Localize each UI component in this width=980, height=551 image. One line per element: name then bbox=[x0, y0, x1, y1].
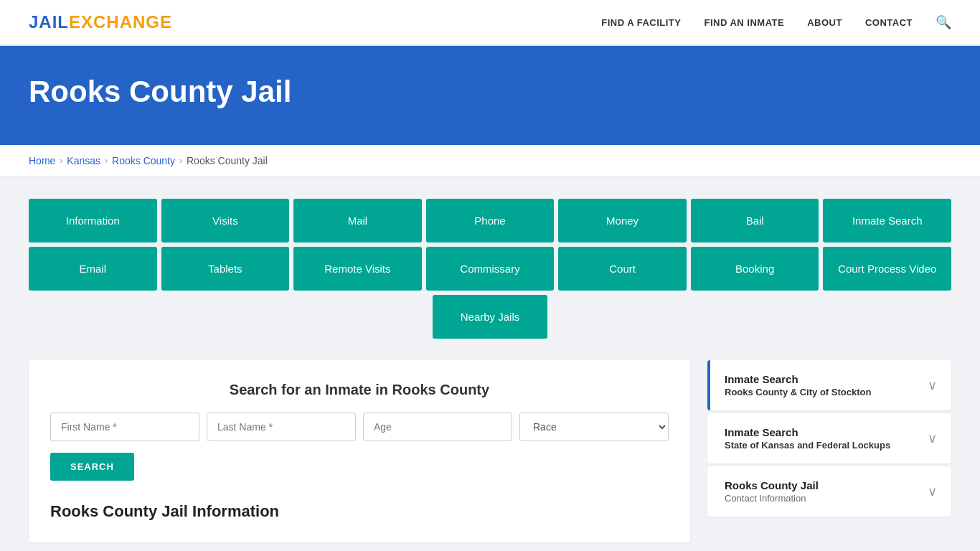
button-grid-row2: Email Tablets Remote Visits Commissary C… bbox=[29, 247, 951, 291]
right-panel: Inmate Search Rooks County & City of Sto… bbox=[707, 360, 951, 519]
btn-remote-visits[interactable]: Remote Visits bbox=[293, 247, 422, 291]
search-button[interactable]: SEARCH bbox=[50, 453, 134, 481]
btn-email[interactable]: Email bbox=[29, 247, 157, 291]
sidebar-item-contact-info[interactable]: Rooks County Jail Contact Information ∨ bbox=[707, 466, 951, 517]
last-name-input[interactable] bbox=[207, 413, 356, 441]
age-input[interactable] bbox=[363, 413, 512, 441]
btn-inmate-search[interactable]: Inmate Search bbox=[823, 199, 951, 242]
sidebar-item-title-2: Rooks County Jail bbox=[725, 479, 819, 491]
logo-exchange: EXCHANGE bbox=[69, 12, 172, 32]
sidebar-item-subtitle-2: Contact Information bbox=[725, 493, 819, 504]
logo-jail: JAIL bbox=[29, 12, 69, 32]
breadcrumb-home[interactable]: Home bbox=[29, 155, 55, 166]
left-panel: Search for an Inmate in Rooks County Rac… bbox=[29, 360, 690, 542]
breadcrumb: Home › Kansas › Rooks County › Rooks Cou… bbox=[29, 155, 951, 166]
btn-nearby-jails[interactable]: Nearby Jails bbox=[433, 295, 547, 339]
nav-find-facility[interactable]: FIND A FACILITY bbox=[601, 17, 681, 28]
btn-court-process-video[interactable]: Court Process Video bbox=[823, 247, 951, 291]
header: JAILEXCHANGE FIND A FACILITY FIND AN INM… bbox=[0, 0, 980, 46]
search-form: Race White Black Hispanic Asian Native A… bbox=[50, 413, 669, 441]
jail-info-title: Rooks County Jail Information bbox=[50, 502, 669, 521]
btn-court[interactable]: Court bbox=[558, 247, 687, 291]
content-layout: Search for an Inmate in Rooks County Rac… bbox=[29, 360, 951, 542]
breadcrumb-current: Rooks County Jail bbox=[187, 155, 268, 166]
breadcrumb-kansas[interactable]: Kansas bbox=[67, 155, 100, 166]
nav-find-inmate[interactable]: FIND AN INMATE bbox=[704, 17, 784, 28]
search-icon-button[interactable]: 🔍 bbox=[936, 14, 951, 30]
hero-section: Rooks County Jail bbox=[0, 46, 980, 145]
breadcrumb-sep-3: › bbox=[179, 156, 182, 166]
btn-mail[interactable]: Mail bbox=[293, 199, 422, 242]
sidebar-item-title-0: Inmate Search bbox=[725, 373, 871, 385]
chevron-icon-2: ∨ bbox=[928, 484, 937, 499]
race-select[interactable]: Race White Black Hispanic Asian Native A… bbox=[519, 413, 669, 441]
btn-bail[interactable]: Bail bbox=[691, 199, 819, 242]
logo[interactable]: JAILEXCHANGE bbox=[29, 12, 172, 32]
first-name-input[interactable] bbox=[50, 413, 199, 441]
btn-visits[interactable]: Visits bbox=[161, 199, 290, 242]
main-nav: FIND A FACILITY FIND AN INMATE ABOUT CON… bbox=[601, 14, 951, 30]
sidebar-item-subtitle-1: State of Kansas and Federal Lockups bbox=[725, 440, 890, 451]
nav-about[interactable]: ABOUT bbox=[807, 17, 842, 28]
btn-tablets[interactable]: Tablets bbox=[161, 247, 290, 291]
breadcrumb-sep-1: › bbox=[60, 156, 62, 166]
btn-booking[interactable]: Booking bbox=[691, 247, 819, 291]
nav-contact[interactable]: CONTACT bbox=[865, 17, 913, 28]
btn-information[interactable]: Information bbox=[29, 199, 157, 242]
sidebar-item-inmate-search-state[interactable]: Inmate Search State of Kansas and Federa… bbox=[707, 413, 951, 463]
btn-commissary[interactable]: Commissary bbox=[426, 247, 555, 291]
breadcrumb-rooks-county[interactable]: Rooks County bbox=[112, 155, 175, 166]
breadcrumb-bar: Home › Kansas › Rooks County › Rooks Cou… bbox=[0, 145, 980, 177]
button-grid-row1: Information Visits Mail Phone Money Bail… bbox=[29, 199, 951, 242]
sidebar-item-subtitle-0: Rooks County & City of Stockton bbox=[725, 387, 871, 397]
chevron-icon-1: ∨ bbox=[928, 430, 937, 446]
btn-phone[interactable]: Phone bbox=[426, 199, 555, 242]
chevron-icon-0: ∨ bbox=[928, 377, 937, 393]
page-title: Rooks County Jail bbox=[29, 75, 951, 109]
sidebar-item-title-1: Inmate Search bbox=[725, 426, 890, 438]
main-area: Information Visits Mail Phone Money Bail… bbox=[0, 177, 980, 551]
search-section-title: Search for an Inmate in Rooks County bbox=[50, 382, 669, 398]
btn-money[interactable]: Money bbox=[558, 199, 687, 242]
button-grid-row3: Nearby Jails bbox=[29, 295, 951, 339]
breadcrumb-sep-2: › bbox=[105, 156, 108, 166]
sidebar-item-inmate-search-rooks[interactable]: Inmate Search Rooks County & City of Sto… bbox=[707, 360, 951, 410]
